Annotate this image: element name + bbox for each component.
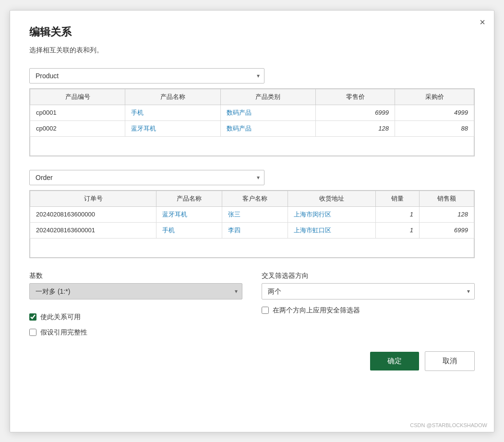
enable-relation-checkbox[interactable] [29,313,36,321]
confirm-button[interactable]: 确定 [370,352,419,370]
t1-r1-c3: 128 [316,120,395,136]
edit-relation-dialog: × 编辑关系 选择相互关联的表和列。 Product Order ▾ 产品编号 … [10,10,494,432]
t2-r1-c3[interactable]: 上海市虹口区 [288,222,376,238]
checks-right: 在两个方向上应用安全筛选器 [262,306,475,337]
cancel-button[interactable]: 取消 [425,351,475,371]
dialog-title: 编辑关系 [29,25,475,39]
table-row-empty [30,238,474,257]
t2-r0-c4: 1 [376,206,420,222]
table-row: 20240208163600000 蓝牙耳机 张三 上海市闵行区 1 128 [30,206,474,222]
enable-relation-label: 使此关系可用 [40,313,81,322]
apply-security-filter-row: 在两个方向上应用安全筛选器 [262,306,475,315]
apply-security-filter-checkbox[interactable] [262,307,269,314]
t1-r1-c4: 88 [395,120,474,136]
checkboxes-row: 使此关系可用 假设引用完整性 在两个方向上应用安全筛选器 [29,306,475,337]
t2-r1-c2[interactable]: 李四 [222,222,288,238]
table2-col2-header: 客户名称 [222,191,288,206]
table2-col5-header: 销售额 [420,191,474,206]
table-row: cp0001 手机 数码产品 6999 4999 [30,105,474,120]
cardinality-label: 基数 [29,272,242,280]
t2-r0-c2[interactable]: 张三 [222,206,288,222]
close-button[interactable]: × [480,17,485,27]
cardinality-group: 基数 一对多 (1:*) 多对一 (*:1) 一对一 (1:1) 多对多 (*:… [29,272,242,299]
checks-left: 使此关系可用 假设引用完整性 [29,306,242,337]
watermark: CSDN @STARBLOCKSHADOW [410,422,487,428]
cross-filter-select-wrapper: 两个 单向 双向 ▾ [262,283,475,299]
t2-r0-c1[interactable]: 蓝牙耳机 [156,206,222,222]
t1-r1-c2[interactable]: 数码产品 [220,120,315,136]
t2-r0-c0: 20240208163600000 [30,206,156,222]
enable-relation-row: 使此关系可用 [29,313,242,322]
table1-data-table: 产品编号 产品名称 产品类别 零售价 采购价 cp0001 手机 数码产品 69… [30,89,474,156]
t1-r1-c0: cp0002 [30,120,125,136]
table1-col1-header: 产品名称 [125,89,220,105]
t1-r0-c0: cp0001 [30,105,125,120]
assume-integrity-row: 假设引用完整性 [29,328,242,337]
table1-col0-header: 产品编号 [30,89,125,105]
table-row: cp0002 蓝牙耳机 数码产品 128 88 [30,120,474,136]
t1-r1-c1[interactable]: 蓝牙耳机 [125,120,220,136]
t1-r0-c3: 6999 [316,105,395,120]
bottom-selects: 基数 一对多 (1:*) 多对一 (*:1) 一对一 (1:1) 多对多 (*:… [29,272,475,299]
table1-container: 产品编号 产品名称 产品类别 零售价 采购价 cp0001 手机 数码产品 69… [29,88,475,156]
t1-r0-c4: 4999 [395,105,474,120]
t1-r0-c2[interactable]: 数码产品 [220,105,315,120]
cross-filter-group: 交叉筛选器方向 两个 单向 双向 ▾ [262,272,475,299]
t1-r0-c1[interactable]: 手机 [125,105,220,120]
t2-r0-c3[interactable]: 上海市闵行区 [288,206,376,222]
table2-container: 订单号 产品名称 客户名称 收货地址 销量 销售额 20240208163600… [29,190,475,258]
assume-integrity-label: 假设引用完整性 [40,328,87,337]
cross-filter-label: 交叉筛选器方向 [262,272,475,280]
table1-select-wrapper: Product Order ▾ [29,68,264,84]
table2-col3-header: 收货地址 [288,191,376,206]
table2-select-wrapper: Order Product ▾ [29,170,264,185]
table-row: 20240208163600001 手机 李四 上海市虹口区 1 6999 [30,222,474,238]
assume-integrity-checkbox[interactable] [29,329,36,336]
table2-col4-header: 销量 [376,191,420,206]
cardinality-select-wrapper: 一对多 (1:*) 多对一 (*:1) 一对一 (1:1) 多对多 (*:*) … [29,283,242,299]
t2-r1-c0: 20240208163600001 [30,222,156,238]
t2-r1-c1[interactable]: 手机 [156,222,222,238]
table2-select[interactable]: Order Product [29,170,264,185]
dialog-subtitle: 选择相互关联的表和列。 [29,46,475,55]
table1-section: Product Order ▾ 产品编号 产品名称 产品类别 零售价 采购价 [29,68,475,156]
table1-col2-header: 产品类别 [220,89,315,105]
table1-col4-header: 采购价 [395,89,474,105]
table1-col3-header: 零售价 [316,89,395,105]
dialog-footer: 确定 取消 [29,351,475,371]
table2-header-row: 订单号 产品名称 客户名称 收货地址 销量 销售额 [30,191,474,206]
apply-security-filter-label: 在两个方向上应用安全筛选器 [273,306,360,315]
cardinality-select[interactable]: 一对多 (1:*) 多对一 (*:1) 一对一 (1:1) 多对多 (*:*) [29,283,242,299]
table1-header-row: 产品编号 产品名称 产品类别 零售价 采购价 [30,89,474,105]
t2-r1-c5: 6999 [420,222,474,238]
cross-filter-select[interactable]: 两个 单向 双向 [262,283,475,299]
t2-r0-c5: 128 [420,206,474,222]
table2-col0-header: 订单号 [30,191,156,206]
table2-section: Order Product ▾ 订单号 产品名称 客户名称 收货地址 销量 销售… [29,170,475,258]
table1-select[interactable]: Product Order [29,68,264,84]
table2-col1-header: 产品名称 [156,191,222,206]
t2-r1-c4: 1 [376,222,420,238]
table2-data-table: 订单号 产品名称 客户名称 收货地址 销量 销售额 20240208163600… [30,191,474,258]
table-row-empty [30,136,474,155]
